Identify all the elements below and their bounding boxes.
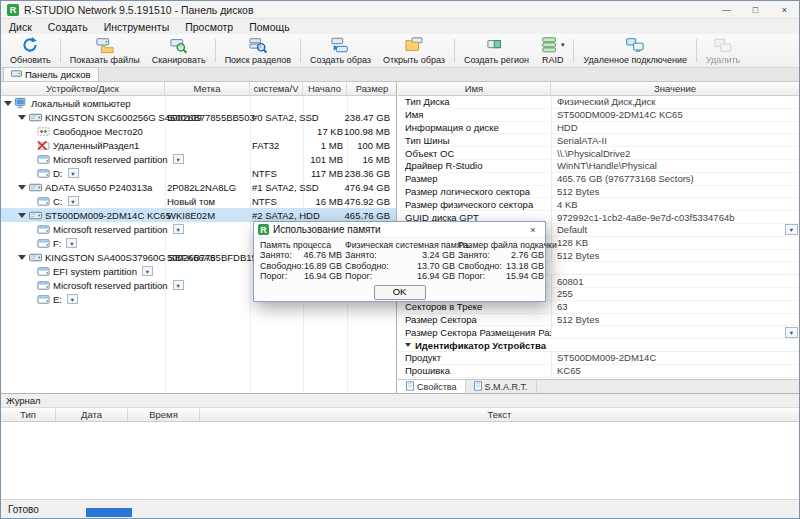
property-row[interactable]: Размер Сектора512 Bytes <box>398 314 799 327</box>
minimize-button[interactable]: — <box>712 1 741 18</box>
property-row[interactable]: Тип ДискаФизический Диск,Диск <box>398 96 799 109</box>
property-name: Тип Диска <box>398 96 551 108</box>
stat-value: 13.70 GB <box>417 261 455 272</box>
menu-item-view[interactable]: Просмотр <box>177 19 241 34</box>
property-group-row[interactable]: Идентификатор Устройства <box>398 339 799 352</box>
volume-dropdown-icon[interactable]: ▾ <box>142 266 153 276</box>
device-row[interactable]: ADATA SU650 P240313a2P082L2NA8LG#1 SATA2… <box>1 180 396 194</box>
expander-icon[interactable] <box>18 255 26 260</box>
column-header-name[interactable]: Имя <box>398 82 551 95</box>
column-header-date[interactable]: Дата <box>56 408 128 421</box>
dropdown-arrow-icon[interactable]: ▾ <box>561 41 565 49</box>
property-value-text: 512 Bytes <box>557 314 599 325</box>
volume-dropdown-icon[interactable]: ▾ <box>68 196 79 206</box>
device-row[interactable]: Microsoft reserved partition▾101 MB16 MB <box>1 152 396 166</box>
toolbar-show-files-button[interactable]: Показать файлы <box>64 35 146 66</box>
memory-stat-row: Занято:2.76 GB <box>458 250 544 261</box>
expander-icon[interactable] <box>18 185 26 190</box>
dropdown-arrow-icon[interactable]: ▾ <box>785 224 798 235</box>
property-value-text: 465.76 GB (976773168 Sectors) <box>557 173 694 184</box>
tab-smart[interactable]: S.M.A.R.T. <box>466 380 537 393</box>
property-row[interactable]: ИмяST500DM009-2DM14C KC65 <box>398 109 799 122</box>
device-row[interactable]: Свободное Место2017 KB100.98 MB <box>1 124 396 138</box>
property-value: 512 Bytes <box>551 314 799 326</box>
column-header-filesystem[interactable]: система/V <box>250 82 303 95</box>
toolbar-create-region-button[interactable]: Создать регион <box>458 35 535 66</box>
column-header-type[interactable]: Тип <box>1 408 56 421</box>
device-row[interactable]: УдаленныйРаздел1FAT321 MB100 MB <box>1 138 396 152</box>
property-name: Прошивка <box>398 365 551 377</box>
device-name-cell: KINGSTON SA400S37960G SBFK66A5 <box>1 250 165 264</box>
property-row[interactable]: Тип ШиныSerialATA-II <box>398 134 799 147</box>
device-size: 100.98 MB <box>345 124 393 138</box>
page-icon <box>474 381 482 393</box>
property-value: KC65 <box>551 365 799 377</box>
property-row[interactable]: Размер465.76 GB (976773168 Sectors) <box>398 173 799 186</box>
stat-value: 13.18 GB <box>506 261 544 272</box>
toolbar-open-image-button[interactable]: Открыть образ <box>377 35 451 66</box>
column-header-value[interactable]: Значение <box>551 82 799 95</box>
device-row[interactable]: KINGSTON SKC600256G S450010950026B77855B… <box>1 110 396 124</box>
property-row[interactable]: Размер физического сектора4 KB <box>398 198 799 211</box>
log-table-header: Тип Дата Время Текст <box>1 408 799 422</box>
property-value: 512 Bytes <box>551 186 799 198</box>
device-start: 16 MB <box>299 194 343 208</box>
toolbar-remote-connection-button[interactable]: Удаленное подключение <box>577 35 692 66</box>
tab-properties[interactable]: Свойства <box>398 380 466 393</box>
ok-button[interactable]: OK <box>374 285 426 300</box>
device-row[interactable]: C:▾Новый томNTFS16 MB476.92 GB <box>1 194 396 208</box>
device-row[interactable]: ST500DM009-2DM14C KC65WKI8E02M#2 SATA2, … <box>1 208 396 222</box>
property-row[interactable]: Драйвер R-StudioWinNT\Handle\Physical <box>398 160 799 173</box>
property-row[interactable]: Информация о дискеHDD <box>398 122 799 135</box>
expander-icon[interactable] <box>18 115 26 120</box>
memory-stat-row: Свободно:13.70 GB <box>345 261 455 272</box>
menu-item-tools[interactable]: Инструменты <box>96 19 177 34</box>
tab-label: Панель дисков <box>25 69 91 80</box>
property-row[interactable]: ПрошивкаKC65 <box>398 365 799 378</box>
menu-item-create[interactable]: Создать <box>40 19 96 34</box>
volume-dropdown-icon[interactable]: ▾ <box>67 294 78 304</box>
device-row[interactable]: Локальный компьютер <box>1 96 396 110</box>
properties-header: Имя Значение <box>398 82 799 96</box>
property-row[interactable]: ПродуктST500DM009-2DM14C <box>398 352 799 365</box>
tab-disk-panel[interactable]: Панель дисков <box>3 67 99 81</box>
create-region-icon <box>487 36 505 54</box>
dialog-close-icon[interactable]: × <box>521 222 545 237</box>
expander-icon[interactable] <box>18 213 26 218</box>
column-header-size[interactable]: Размер <box>347 82 397 95</box>
property-value: Default▾ <box>551 224 799 236</box>
property-row[interactable]: Объект ОС\\.\PhysicalDrive2 <box>398 147 799 160</box>
toolbar-refresh-button[interactable]: Обновить <box>4 35 57 66</box>
close-button[interactable]: × <box>770 1 799 18</box>
memory-usage-dialog: R Использование памяти × Память процесса… <box>253 221 546 302</box>
property-row[interactable]: Размер Сектора Размещения Разделов▾ <box>398 326 799 339</box>
property-value: 255 <box>551 288 799 300</box>
volume-dropdown-icon[interactable]: ▾ <box>68 168 79 178</box>
device-name-cell: E:▾ <box>1 292 165 306</box>
toolbar-scan-button[interactable]: Сканировать <box>146 35 212 66</box>
column-header-text[interactable]: Текст <box>200 408 799 421</box>
toolbar-delete-button[interactable]: Удалить <box>700 35 746 66</box>
toolbar-raid-button[interactable]: ▾RAID <box>535 35 571 66</box>
toolbar-button-top <box>170 36 188 54</box>
column-header-label[interactable]: Метка <box>165 82 250 95</box>
column-header-time[interactable]: Время <box>128 408 200 421</box>
stat-value: 16.94 GB <box>417 271 455 282</box>
log-table-body[interactable] <box>1 422 799 501</box>
menu-item-help[interactable]: Помощь <box>241 19 298 34</box>
property-row[interactable]: Размер логического сектора512 Bytes <box>398 186 799 199</box>
free-space-icon <box>37 125 50 138</box>
menu-item-disk[interactable]: Диск <box>1 19 40 34</box>
chevron-down-icon[interactable] <box>405 343 411 347</box>
column-header-device[interactable]: Устройство/Диск <box>1 82 165 95</box>
property-row[interactable]: Секторов в Треке63 <box>398 301 799 314</box>
maximize-button[interactable]: □ <box>741 1 770 18</box>
column-header-start[interactable]: Начало <box>303 82 347 95</box>
device-row[interactable]: D:▾NTFS117 MB238.36 GB <box>1 166 396 180</box>
toolbar-create-image-button[interactable]: Создать образ <box>304 35 377 66</box>
expander-icon[interactable] <box>4 101 12 106</box>
toolbar-find-partitions-button[interactable]: Поиск разделов <box>219 35 297 66</box>
dropdown-arrow-icon[interactable]: ▾ <box>785 327 798 338</box>
memory-stat-row: Занято:3.24 GB <box>345 250 455 261</box>
volume-dropdown-icon[interactable]: ▾ <box>66 238 77 248</box>
